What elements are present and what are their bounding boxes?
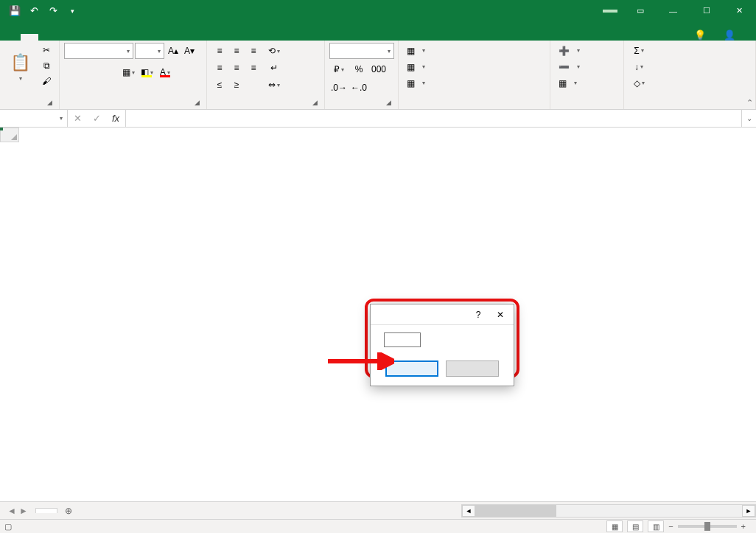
format-painter-button[interactable]: 🖌 — [38, 74, 55, 88]
decrease-font-button[interactable]: A▾ — [182, 43, 197, 59]
font-color-button[interactable]: A▾ — [156, 64, 174, 80]
minimize-icon[interactable]: — — [657, 0, 690, 21]
name-box[interactable]: ▾ — [0, 110, 68, 127]
tab-help[interactable] — [162, 34, 180, 41]
tab-data[interactable] — [91, 34, 109, 41]
undo-icon[interactable]: ↶ — [25, 3, 43, 19]
paste-button[interactable]: 📋 ▾ — [4, 43, 35, 91]
new-sheet-button[interactable]: ⊕ — [60, 503, 77, 519]
orientation-button[interactable]: ⟲▾ — [265, 43, 284, 59]
align-launcher[interactable]: ◢ — [309, 97, 320, 108]
sheet-tab-bar: ◄ ► ⊕ ◄ ► — [0, 501, 756, 519]
insert-cells-button[interactable]: ➕▾ — [555, 43, 584, 58]
fill-color-button[interactable]: ◧▾ — [138, 64, 155, 80]
tab-insert[interactable] — [38, 34, 56, 41]
tab-view[interactable] — [127, 34, 144, 41]
dialog-help-icon[interactable]: ? — [471, 310, 486, 320]
record-macro-icon[interactable]: ▢ — [0, 522, 12, 532]
column-width-dialog: ? ✕ — [370, 304, 514, 386]
scroll-thumb[interactable] — [475, 505, 556, 517]
bold-button[interactable] — [64, 64, 82, 80]
zoom-out-button[interactable]: − — [668, 522, 673, 531]
cut-button[interactable]: ✂ — [38, 43, 55, 58]
sheet-nav-prev-icon[interactable]: ◄ — [7, 506, 16, 516]
redo-icon[interactable]: ↷ — [44, 3, 62, 19]
tell-me-button[interactable] — [709, 33, 721, 38]
sheet-nav-next-icon[interactable]: ► — [19, 506, 28, 516]
sheet-tab[interactable] — [35, 508, 57, 513]
qat-customize-icon[interactable]: ▾ — [63, 3, 81, 19]
scroll-left-icon[interactable]: ◄ — [462, 505, 475, 517]
clear-button[interactable]: ◇▾ — [629, 75, 649, 91]
worksheet-grid[interactable] — [0, 128, 756, 473]
decrease-indent-button[interactable]: ≤ — [211, 77, 228, 93]
fill-button[interactable]: ↓▾ — [629, 59, 649, 74]
dialog-titlebar[interactable]: ? ✕ — [371, 304, 514, 325]
tab-pagelayout[interactable] — [56, 34, 74, 41]
page-break-view-button[interactable]: ▥ — [648, 520, 664, 532]
borders-button[interactable]: ▦▾ — [119, 64, 137, 80]
clipboard-launcher[interactable]: ◢ — [44, 97, 55, 108]
cancel-button[interactable] — [446, 360, 499, 377]
expand-formula-bar-icon[interactable]: ⌄ — [741, 110, 756, 127]
increase-decimal-button[interactable]: .0→ — [329, 80, 349, 96]
number-launcher[interactable]: ◢ — [383, 97, 393, 108]
conditional-format-button[interactable]: ▦▾ — [403, 43, 429, 58]
fx-icon[interactable]: fx — [106, 110, 125, 128]
tell-me-icon: 💡 — [694, 29, 706, 41]
share-button[interactable] — [738, 33, 750, 38]
align-bottom-button[interactable]: ≡ — [245, 43, 262, 59]
currency-button[interactable]: ₽▾ — [329, 61, 349, 77]
tab-file[interactable] — [3, 34, 21, 41]
format-cells-button[interactable]: ▦▾ — [555, 75, 581, 91]
underline-button[interactable] — [101, 64, 119, 80]
login-button[interactable] — [603, 10, 617, 13]
align-right-button[interactable]: ≡ — [245, 60, 262, 76]
increase-font-button[interactable]: A▴ — [166, 43, 181, 59]
align-top-button[interactable]: ≡ — [211, 43, 228, 59]
align-left-button[interactable]: ≡ — [211, 60, 228, 76]
scroll-right-icon[interactable]: ► — [742, 505, 755, 517]
tab-review[interactable] — [109, 34, 127, 41]
tab-developer[interactable] — [144, 34, 162, 41]
page-layout-view-button[interactable]: ▤ — [627, 520, 643, 532]
decrease-decimal-button[interactable]: ←.0 — [349, 80, 368, 96]
number-format-combo[interactable]: ▾ — [329, 43, 394, 59]
ok-button[interactable] — [385, 360, 438, 377]
close-icon[interactable]: ✕ — [723, 0, 756, 21]
format-as-table-button[interactable]: ▦▾ — [403, 59, 429, 74]
delete-cells-button[interactable]: ➖▾ — [555, 59, 584, 74]
zoom-in-button[interactable]: + — [741, 522, 746, 531]
italic-button[interactable] — [83, 64, 100, 80]
collapse-ribbon-icon[interactable]: ⌃ — [746, 98, 753, 108]
cancel-formula-icon[interactable]: ✕ — [68, 110, 87, 128]
zoom-slider[interactable] — [678, 525, 737, 528]
font-size-combo[interactable]: ▾ — [135, 43, 164, 59]
share-icon: 👤 — [724, 29, 735, 41]
column-width-input[interactable] — [384, 332, 421, 347]
normal-view-button[interactable]: ▦ — [606, 520, 623, 532]
merge-button[interactable]: ⇔▾ — [265, 77, 284, 93]
font-launcher[interactable]: ◢ — [192, 97, 202, 108]
align-middle-button[interactable]: ≡ — [228, 43, 245, 59]
wrap-text-button[interactable]: ↵ — [265, 60, 284, 76]
copy-button[interactable]: ⧉ — [38, 58, 55, 73]
save-icon[interactable]: 💾 — [6, 3, 24, 19]
maximize-icon[interactable]: ☐ — [690, 0, 723, 21]
cell-styles-button[interactable]: ▦▾ — [403, 75, 429, 91]
font-name-combo[interactable]: ▾ — [64, 43, 133, 59]
autosum-button[interactable]: Σ▾ — [629, 43, 649, 58]
select-all-button[interactable] — [0, 128, 19, 142]
formula-input[interactable] — [126, 110, 741, 127]
comma-button[interactable]: 000 — [369, 61, 388, 77]
enter-formula-icon[interactable]: ✓ — [87, 110, 106, 128]
align-center-button[interactable]: ≡ — [228, 60, 245, 76]
tab-home[interactable] — [21, 34, 38, 41]
merge-icon: ⇔ — [268, 80, 276, 90]
tab-formulas[interactable] — [74, 34, 91, 41]
ribbon-options-icon[interactable]: ▭ — [623, 0, 657, 21]
dialog-close-icon[interactable]: ✕ — [493, 310, 508, 320]
percent-button[interactable]: % — [349, 61, 368, 77]
horizontal-scrollbar[interactable]: ◄ ► — [461, 504, 756, 518]
increase-indent-button[interactable]: ≥ — [228, 77, 245, 93]
